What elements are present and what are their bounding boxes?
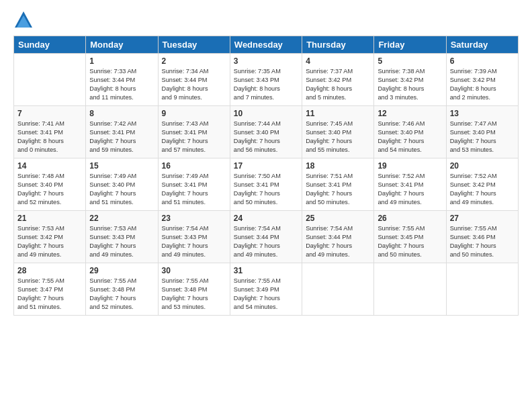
calendar-cell: 21Sunrise: 7:53 AM Sunset: 3:42 PM Dayli… <box>14 211 86 263</box>
day-info: Sunrise: 7:49 AM Sunset: 3:41 PM Dayligh… <box>162 172 226 207</box>
day-number: 30 <box>162 266 226 275</box>
day-number: 24 <box>234 214 298 223</box>
day-number: 15 <box>89 161 154 171</box>
calendar-header-friday: Friday <box>374 36 446 54</box>
day-number: 28 <box>17 266 82 275</box>
day-info: Sunrise: 7:53 AM Sunset: 3:42 PM Dayligh… <box>17 224 82 259</box>
day-info: Sunrise: 7:33 AM Sunset: 3:44 PM Dayligh… <box>89 67 154 102</box>
calendar-week-row: 1Sunrise: 7:33 AM Sunset: 3:44 PM Daylig… <box>14 54 519 106</box>
day-number: 11 <box>306 109 370 118</box>
calendar-cell: 26Sunrise: 7:55 AM Sunset: 3:45 PM Dayli… <box>374 211 446 263</box>
day-number: 6 <box>450 56 515 66</box>
day-number: 10 <box>234 109 298 118</box>
calendar-cell: 15Sunrise: 7:49 AM Sunset: 3:40 PM Dayli… <box>86 158 158 211</box>
day-info: Sunrise: 7:41 AM Sunset: 3:41 PM Dayligh… <box>17 120 82 154</box>
calendar-cell: 8Sunrise: 7:42 AM Sunset: 3:41 PM Daylig… <box>86 106 158 158</box>
calendar-week-row: 21Sunrise: 7:53 AM Sunset: 3:42 PM Dayli… <box>14 211 519 263</box>
calendar-cell: 14Sunrise: 7:48 AM Sunset: 3:40 PM Dayli… <box>14 158 86 211</box>
day-info: Sunrise: 7:47 AM Sunset: 3:40 PM Dayligh… <box>450 120 515 154</box>
calendar-cell <box>374 263 446 316</box>
day-number: 5 <box>378 56 442 66</box>
day-info: Sunrise: 7:50 AM Sunset: 3:41 PM Dayligh… <box>234 172 298 207</box>
calendar-header-saturday: Saturday <box>446 36 518 54</box>
day-number: 29 <box>89 266 154 275</box>
day-number: 27 <box>450 214 515 223</box>
day-number: 17 <box>234 161 298 171</box>
day-info: Sunrise: 7:45 AM Sunset: 3:40 PM Dayligh… <box>306 120 370 154</box>
day-info: Sunrise: 7:46 AM Sunset: 3:40 PM Dayligh… <box>378 120 442 154</box>
calendar-cell: 9Sunrise: 7:43 AM Sunset: 3:41 PM Daylig… <box>158 106 230 158</box>
calendar-header-sunday: Sunday <box>14 36 86 54</box>
day-number: 8 <box>89 109 154 118</box>
day-number: 21 <box>17 214 82 223</box>
calendar-header-tuesday: Tuesday <box>158 36 230 54</box>
day-info: Sunrise: 7:49 AM Sunset: 3:40 PM Dayligh… <box>89 172 154 207</box>
calendar-week-row: 14Sunrise: 7:48 AM Sunset: 3:40 PM Dayli… <box>14 158 519 211</box>
day-number: 14 <box>17 161 82 171</box>
calendar-cell: 11Sunrise: 7:45 AM Sunset: 3:40 PM Dayli… <box>302 106 374 158</box>
day-info: Sunrise: 7:52 AM Sunset: 3:41 PM Dayligh… <box>378 172 442 207</box>
day-number: 2 <box>162 56 226 66</box>
calendar-cell: 10Sunrise: 7:44 AM Sunset: 3:40 PM Dayli… <box>230 106 302 158</box>
day-number: 16 <box>162 161 226 171</box>
day-info: Sunrise: 7:55 AM Sunset: 3:49 PM Dayligh… <box>234 277 298 312</box>
day-number: 3 <box>234 56 298 66</box>
calendar-cell: 12Sunrise: 7:46 AM Sunset: 3:40 PM Dayli… <box>374 106 446 158</box>
day-info: Sunrise: 7:39 AM Sunset: 3:42 PM Dayligh… <box>450 67 515 102</box>
calendar-cell <box>446 263 518 316</box>
day-info: Sunrise: 7:54 AM Sunset: 3:44 PM Dayligh… <box>234 224 298 259</box>
day-number: 1 <box>89 56 154 66</box>
calendar-cell: 5Sunrise: 7:38 AM Sunset: 3:42 PM Daylig… <box>374 54 446 106</box>
calendar-cell: 23Sunrise: 7:54 AM Sunset: 3:43 PM Dayli… <box>158 211 230 263</box>
calendar-cell: 24Sunrise: 7:54 AM Sunset: 3:44 PM Dayli… <box>230 211 302 263</box>
calendar-cell: 4Sunrise: 7:37 AM Sunset: 3:42 PM Daylig… <box>302 54 374 106</box>
day-number: 31 <box>234 266 298 275</box>
day-info: Sunrise: 7:53 AM Sunset: 3:43 PM Dayligh… <box>89 224 154 259</box>
day-info: Sunrise: 7:44 AM Sunset: 3:40 PM Dayligh… <box>234 120 298 154</box>
day-number: 7 <box>17 109 82 118</box>
calendar-cell: 13Sunrise: 7:47 AM Sunset: 3:40 PM Dayli… <box>446 106 518 158</box>
calendar-header-wednesday: Wednesday <box>230 36 302 54</box>
logo-icon <box>13 10 34 30</box>
calendar-cell: 25Sunrise: 7:54 AM Sunset: 3:44 PM Dayli… <box>302 211 374 263</box>
calendar-header-thursday: Thursday <box>302 36 374 54</box>
day-number: 18 <box>306 161 370 171</box>
day-info: Sunrise: 7:51 AM Sunset: 3:41 PM Dayligh… <box>306 172 370 207</box>
day-info: Sunrise: 7:34 AM Sunset: 3:44 PM Dayligh… <box>162 67 226 102</box>
calendar-cell: 6Sunrise: 7:39 AM Sunset: 3:42 PM Daylig… <box>446 54 518 106</box>
day-info: Sunrise: 7:35 AM Sunset: 3:43 PM Dayligh… <box>234 67 298 102</box>
day-number: 19 <box>378 161 442 171</box>
calendar-cell: 30Sunrise: 7:55 AM Sunset: 3:48 PM Dayli… <box>158 263 230 316</box>
day-number: 9 <box>162 109 226 118</box>
day-number: 20 <box>450 161 515 171</box>
calendar-cell: 22Sunrise: 7:53 AM Sunset: 3:43 PM Dayli… <box>86 211 158 263</box>
day-number: 4 <box>306 56 370 66</box>
day-number: 23 <box>162 214 226 223</box>
calendar-cell <box>302 263 374 316</box>
day-info: Sunrise: 7:54 AM Sunset: 3:43 PM Dayligh… <box>162 224 226 259</box>
calendar-cell: 2Sunrise: 7:34 AM Sunset: 3:44 PM Daylig… <box>158 54 230 106</box>
calendar-cell: 20Sunrise: 7:52 AM Sunset: 3:42 PM Dayli… <box>446 158 518 211</box>
day-info: Sunrise: 7:55 AM Sunset: 3:46 PM Dayligh… <box>450 224 515 259</box>
day-info: Sunrise: 7:52 AM Sunset: 3:42 PM Dayligh… <box>450 172 515 207</box>
calendar-table: SundayMondayTuesdayWednesdayThursdayFrid… <box>13 36 519 316</box>
calendar-header-row: SundayMondayTuesdayWednesdayThursdayFrid… <box>14 36 519 54</box>
day-info: Sunrise: 7:55 AM Sunset: 3:45 PM Dayligh… <box>378 224 442 259</box>
day-info: Sunrise: 7:42 AM Sunset: 3:41 PM Dayligh… <box>89 120 154 154</box>
calendar-header-monday: Monday <box>86 36 158 54</box>
day-number: 12 <box>378 109 442 118</box>
calendar-cell: 31Sunrise: 7:55 AM Sunset: 3:49 PM Dayli… <box>230 263 302 316</box>
day-number: 22 <box>89 214 154 223</box>
calendar-cell: 1Sunrise: 7:33 AM Sunset: 3:44 PM Daylig… <box>86 54 158 106</box>
calendar-cell: 18Sunrise: 7:51 AM Sunset: 3:41 PM Dayli… <box>302 158 374 211</box>
calendar-cell: 29Sunrise: 7:55 AM Sunset: 3:48 PM Dayli… <box>86 263 158 316</box>
header <box>13 10 519 30</box>
day-number: 26 <box>378 214 442 223</box>
day-info: Sunrise: 7:55 AM Sunset: 3:48 PM Dayligh… <box>89 277 154 312</box>
calendar-cell: 16Sunrise: 7:49 AM Sunset: 3:41 PM Dayli… <box>158 158 230 211</box>
day-info: Sunrise: 7:37 AM Sunset: 3:42 PM Dayligh… <box>306 67 370 102</box>
logo <box>13 10 36 30</box>
day-info: Sunrise: 7:55 AM Sunset: 3:47 PM Dayligh… <box>17 277 82 312</box>
calendar-cell: 3Sunrise: 7:35 AM Sunset: 3:43 PM Daylig… <box>230 54 302 106</box>
page: SundayMondayTuesdayWednesdayThursdayFrid… <box>0 0 532 411</box>
